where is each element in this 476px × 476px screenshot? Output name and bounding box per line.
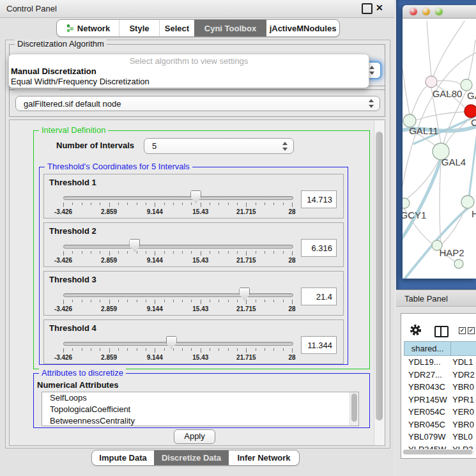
table-row[interactable]: YLR345WYLR3 [401,444,476,450]
bottom-node[interactable] [454,259,463,268]
threshold-slider-track[interactable] [63,196,293,200]
red-node[interactable] [464,105,476,118]
list-scrollbar-thumb[interactable] [351,394,357,422]
network-edge[interactable] [427,21,431,76]
table-row[interactable]: YBR043CYBR0 [401,381,476,394]
number-of-intervals-select[interactable]: 5 [144,138,294,154]
table-row[interactable]: YDL19...YDL1 [401,357,476,369]
slider-tick [109,300,110,304]
slider-tick [82,348,82,351]
tab-discretize-data[interactable]: Discretize Data [154,450,228,465]
slider-tick [201,251,201,256]
attribute-item-betweennesscentrality[interactable]: BetweennessCentrality [42,415,358,426]
algorithm-option-equal-width-frequency[interactable]: Equal Width/Frequency Discretization [11,77,150,86]
table-row[interactable]: YDR27...YDR2 [401,369,476,382]
pink-node[interactable] [426,76,437,88]
settings-scrollbar[interactable] [374,120,385,445]
slider-tick-label: 21.715 [236,305,256,312]
threshold-slider-track[interactable] [63,342,293,346]
table-rows: YDL19...YDL1YDR27...YDR2YBR043CYBR0YPR14… [401,357,476,449]
threshold-slider-thumb[interactable] [239,288,250,300]
right-node[interactable] [461,196,474,208]
attribute-item-selfloops[interactable]: SelfLoops [42,392,358,404]
network-edge[interactable] [440,160,441,245]
threshold-value-field[interactable]: 11.344 [301,336,337,354]
close-icon[interactable]: ✕ [376,3,383,13]
column-header-name[interactable]: na [450,341,476,356]
threshold-slider-thumb[interactable] [190,190,201,203]
gear-icon[interactable] [410,324,422,336]
slider-tick [237,300,238,302]
slider-tick [210,300,210,302]
numerical-attributes-list[interactable]: SelfLoopsTopologicalCoefficientBetweenne… [42,392,359,426]
threshold-slider-thumb[interactable] [166,336,177,349]
tab-network[interactable]: Network [57,20,119,36]
network-edge[interactable] [433,21,464,77]
cell-shared-name: YBR045C [408,420,445,429]
split-columns-icon[interactable] [434,326,449,337]
slider-tick [173,251,174,254]
mac-close-icon[interactable] [410,8,417,15]
algorithm-popup-hint: Select algorithm to view settings [9,56,369,66]
slider-tick [273,348,274,351]
threshold-value-field[interactable]: 14.713 [301,190,337,208]
slider-tick [201,203,201,207]
table-row[interactable]: YER054CYER0 [401,406,476,419]
table-hscrollbar[interactable] [403,449,474,455]
table-row[interactable]: YPR145WYPR1 [401,394,476,407]
threshold-value-field[interactable]: 6.316 [301,239,337,257]
table-panel-area: ✓ ✓ shared... na YDL19...YDL1YDR27...YDR… [396,307,476,476]
algorithm-option-manual-discretization[interactable]: Manual Discretization [11,66,96,76]
tab-cyni-toolbox[interactable]: Cyni Toolbox [194,20,266,36]
tab-label: jActiveMNodules [270,24,337,33]
column-header-shared-name[interactable]: shared... [404,341,451,356]
slider-tick [283,300,284,302]
slider-tick [191,300,192,302]
tab-label: Impute Data [99,453,146,463]
apply-button[interactable]: Apply [174,429,215,444]
checkbox-icon[interactable]: ✓ [459,327,466,334]
attribute-item-topologicalcoefficient[interactable]: TopologicalCoefficient [42,404,358,415]
tab-select[interactable]: Select [159,20,194,36]
list-scrollbar[interactable] [349,392,358,426]
table-hscrollbar-thumb[interactable] [403,450,472,454]
table-row[interactable]: YBR045CYBR0 [401,419,476,432]
node-label-ga: GA [467,90,476,101]
threshold-slider-track[interactable] [63,245,293,249]
mac-zoom-icon[interactable] [435,8,443,15]
threshold-slider-thumb[interactable] [129,239,140,252]
cell-name: YLR3 [452,445,473,450]
node-label-hap2: HAP2 [439,247,464,258]
slider-tick [118,348,119,351]
slider-tick [63,251,64,256]
float-window-icon[interactable] [362,3,372,14]
table-data-select[interactable]: galFiltered.sif default node [15,96,380,111]
network-edge[interactable] [403,69,410,114]
control-panel-titlebar: Control Panel ✕ [0,0,394,18]
top-right-node[interactable] [461,79,472,91]
slider-tick [155,203,155,207]
network-canvas[interactable]: GAL80GACGAL11GAL4GCY1HHAP2 [403,18,476,279]
mac-minimize-icon[interactable] [422,8,430,15]
tab-jactivemnodules[interactable]: jActiveMNodules [266,20,339,36]
threshold-value-field[interactable]: 21.4 [301,288,337,305]
network-edge[interactable] [468,40,475,79]
slider-tick [191,251,192,254]
cyni-bottom-tabbar: Impute DataDiscretize DataInfer Network [91,450,300,466]
slider-tick [237,203,238,205]
checkbox-icon[interactable]: ✓ [468,327,475,334]
tab-style[interactable]: Style [119,20,159,36]
slider-tick-label: 2.859 [101,305,117,312]
slider-tick [118,300,119,302]
table-row[interactable]: YBL079WYBL0 [401,431,476,444]
slider-tick [72,300,73,302]
threshold-slider-track[interactable] [63,293,293,297]
settings-scrollbar-thumb[interactable] [376,132,383,420]
gcy1-node[interactable] [403,198,410,208]
cell-name: YBL0 [452,432,473,441]
slider-tick-label: 2.859 [101,257,117,264]
tab-impute-data[interactable]: Impute Data [92,450,154,465]
network-edge[interactable] [468,128,476,202]
network-edge[interactable] [416,112,464,120]
tab-infer-network[interactable]: Infer Network [228,450,299,465]
